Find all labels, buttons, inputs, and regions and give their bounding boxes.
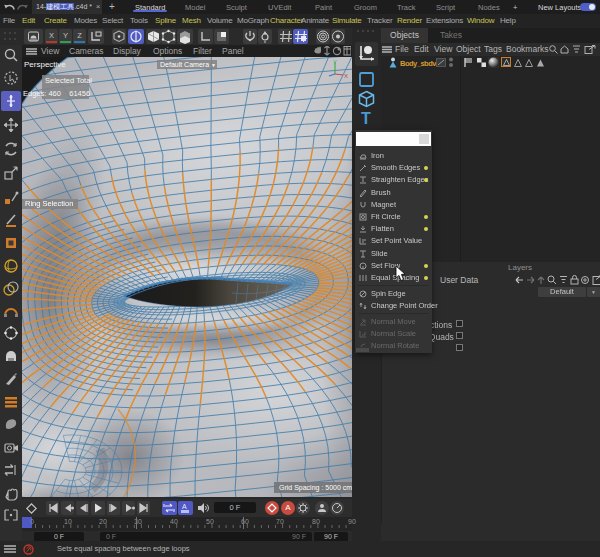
svg-text:X: X [344,73,348,79]
svg-text:Y: Y [333,60,337,65]
svg-text:A: A [182,503,187,510]
